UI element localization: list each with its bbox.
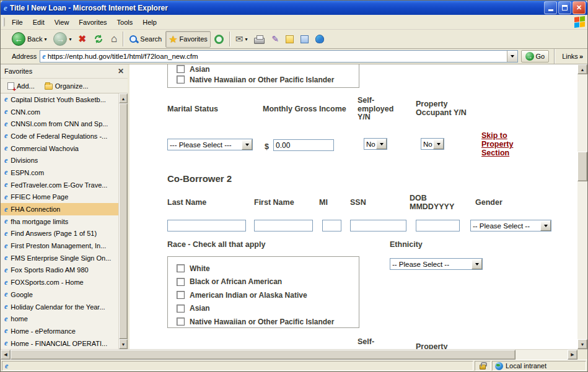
dropdown-arrow-icon[interactable] xyxy=(376,139,387,149)
horizontal-scroll-track[interactable] xyxy=(11,350,568,360)
favorites-scroll-down-button[interactable]: ▼ xyxy=(119,339,128,349)
favorite-item[interactable]: eCNNSI.com from CNN and Sp... xyxy=(1,118,118,130)
scroll-up-button[interactable]: ▲ xyxy=(577,64,587,74)
refresh-button[interactable] xyxy=(90,31,107,48)
add-favorite-button[interactable]: Add... xyxy=(3,80,39,92)
favorite-item[interactable]: eFOXSports.com - Home xyxy=(1,276,118,288)
mail-dropdown-icon[interactable]: ▾ xyxy=(245,37,247,42)
race-checkbox-american-indian-or-alaska-native[interactable] xyxy=(177,291,185,299)
mail-button[interactable]: ✉ ▾ xyxy=(232,31,251,48)
gender-select[interactable]: -- Please Select -- xyxy=(470,220,551,231)
first-name-input[interactable] xyxy=(254,220,313,231)
go-button[interactable]: → Go xyxy=(521,50,550,63)
favorite-item-label: Google xyxy=(11,291,32,298)
scroll-right-button[interactable]: ▶ xyxy=(568,350,577,360)
forward-dropdown-icon[interactable]: ▾ xyxy=(69,37,71,42)
favorite-item[interactable]: eCode of Federal Regulations -... xyxy=(1,130,118,142)
vertical-scroll-thumb[interactable] xyxy=(577,152,587,181)
favorite-item[interactable]: eFedTraveler.com E-Gov Trave... xyxy=(1,179,118,191)
close-button[interactable]: ✕ xyxy=(573,1,586,14)
favorite-item[interactable]: efha mortgage limits xyxy=(1,215,118,228)
favorite-item[interactable]: eGoogle xyxy=(1,288,118,301)
history-button[interactable] xyxy=(211,31,227,48)
favorites-button[interactable]: ★ Favorites xyxy=(165,31,211,48)
scroll-left-button[interactable]: ◀ xyxy=(1,350,11,360)
race-checkbox-native-hawaiian-or-other-pacific-islander[interactable] xyxy=(177,318,185,326)
dropdown-arrow-icon[interactable] xyxy=(472,259,482,269)
discuss-button[interactable] xyxy=(283,31,297,48)
self-employed-select[interactable]: No xyxy=(364,138,387,150)
vertical-scrollbar[interactable]: ▲ ▼ xyxy=(577,64,587,349)
back-dropdown-icon[interactable]: ▾ xyxy=(44,37,46,42)
last-name-input[interactable] xyxy=(167,220,246,231)
home-button[interactable]: ⌂ xyxy=(108,31,120,48)
favorite-item[interactable]: eFind Answers (Page 1 of 51) xyxy=(1,228,118,240)
mi-input[interactable] xyxy=(322,220,341,231)
favorites-scrollbar[interactable]: ▲ ▼ xyxy=(118,93,128,349)
forward-button[interactable]: → ▾ xyxy=(50,31,74,48)
dob-input[interactable] xyxy=(416,220,460,231)
marital-status-select[interactable]: --- Please Select --- xyxy=(167,139,253,150)
vertical-scroll-track[interactable] xyxy=(577,74,587,339)
messenger-button[interactable] xyxy=(312,31,327,48)
favorite-item[interactable]: eDivisions xyxy=(1,154,118,167)
ssn-input[interactable] xyxy=(350,220,406,231)
dropdown-arrow-icon[interactable] xyxy=(540,220,551,231)
edit-button[interactable]: ✎ xyxy=(268,31,282,48)
menu-help[interactable]: Help xyxy=(138,15,162,29)
menu-favorites[interactable]: Favorites xyxy=(74,15,112,29)
favorite-item[interactable]: eCommercial Wachovia xyxy=(1,142,118,155)
skip-to-property-section-link[interactable]: Skip to Property Section xyxy=(481,131,522,157)
favorites-scroll-up-button[interactable]: ▲ xyxy=(119,93,128,103)
race-checkbox-black-or-african-american[interactable] xyxy=(177,278,185,286)
print-button[interactable] xyxy=(251,31,268,48)
favorite-item[interactable]: eFox Sports Radio AM 980 xyxy=(1,264,118,277)
menu-grip[interactable] xyxy=(2,17,5,27)
favorite-item[interactable]: eESPN.com xyxy=(1,167,118,179)
links-button[interactable]: Links » xyxy=(559,53,586,60)
favorites-close-icon[interactable]: ✕ xyxy=(118,67,124,76)
menu-file[interactable]: File xyxy=(7,15,28,29)
favorite-item[interactable]: eCapital District Youth Basketb... xyxy=(1,93,118,106)
race-checkbox-asian[interactable] xyxy=(177,65,185,73)
menu-edit[interactable]: Edit xyxy=(28,15,50,29)
favorite-item[interactable]: eFirst Preston Management, In... xyxy=(1,240,118,252)
favorite-item[interactable]: eHoliday Calendar for the Year... xyxy=(1,301,118,313)
favorites-title: Favorites xyxy=(4,67,32,75)
race-option-label: Asian xyxy=(190,304,210,313)
dropdown-arrow-icon[interactable] xyxy=(433,139,444,149)
dropdown-arrow-icon[interactable] xyxy=(242,139,252,150)
back-button[interactable]: ← Back ▾ xyxy=(9,31,50,48)
property-occupant-select[interactable]: No xyxy=(421,138,444,150)
minimize-button[interactable] xyxy=(544,1,557,14)
menu-tools[interactable]: Tools xyxy=(112,15,138,29)
favorite-item[interactable]: eFMS Enterprise Single Sign On... xyxy=(1,252,118,264)
scroll-down-button[interactable]: ▼ xyxy=(577,339,587,349)
address-field[interactable]: e xyxy=(40,50,517,63)
favorite-item[interactable]: ehome xyxy=(1,313,118,325)
monthly-income-input[interactable] xyxy=(273,139,334,151)
browser-window: e Title I New Loan - Microsoft Internet … xyxy=(0,0,588,372)
research-button[interactable] xyxy=(297,31,312,48)
favorites-scroll-thumb[interactable] xyxy=(119,103,128,339)
favorite-item[interactable]: eHome - ePeformance xyxy=(1,325,118,337)
race-checkbox-native-hawaiian-or-other-pacific-islander[interactable] xyxy=(177,76,185,84)
favorite-item[interactable]: eFFIEC Home Page xyxy=(1,191,118,204)
horizontal-scrollbar[interactable]: ◀ ▶ xyxy=(1,349,587,360)
race-checkbox-white[interactable] xyxy=(177,264,185,272)
favorites-scroll-track[interactable] xyxy=(119,103,128,339)
ethnicity-select[interactable]: -- Please Select -- xyxy=(390,258,483,270)
race-checkbox-asian[interactable] xyxy=(177,305,185,313)
maximize-button[interactable] xyxy=(558,1,571,14)
menu-view[interactable]: View xyxy=(50,15,74,29)
horizontal-scroll-thumb[interactable] xyxy=(11,350,516,360)
ie-favicon: e xyxy=(4,326,7,335)
address-dropdown-button[interactable] xyxy=(507,51,517,62)
search-button[interactable]: Search xyxy=(126,31,165,48)
favorite-item[interactable]: eCNN.com xyxy=(1,106,118,118)
organize-favorites-button[interactable]: Organize... xyxy=(40,80,93,92)
favorite-item[interactable]: eHome - FINANCIAL OPERATI... xyxy=(1,337,118,349)
stop-button[interactable]: ✖ xyxy=(76,31,90,48)
url-input[interactable] xyxy=(48,51,505,61)
favorite-item[interactable]: eFHA Connection xyxy=(1,203,118,215)
